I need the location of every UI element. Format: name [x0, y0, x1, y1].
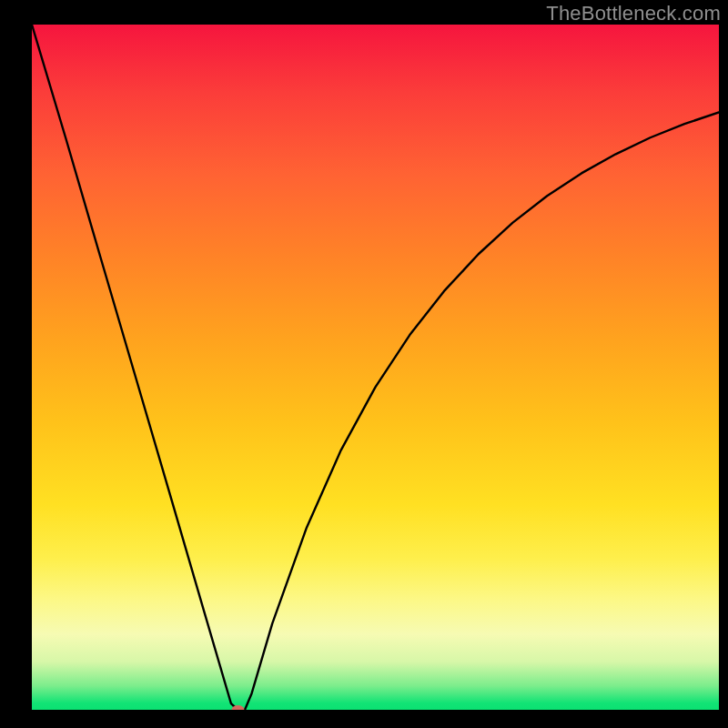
bottleneck-curve	[32, 25, 719, 710]
plot-area	[32, 25, 719, 710]
curve-layer	[32, 25, 719, 710]
watermark-label: TheBottleneck.com	[546, 2, 721, 25]
chart-frame: TheBottleneck.com	[0, 0, 728, 728]
